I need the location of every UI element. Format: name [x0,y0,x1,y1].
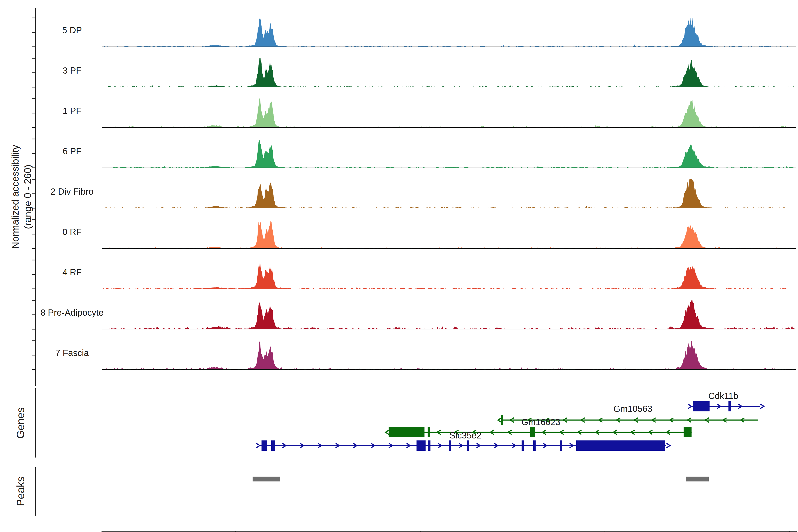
gene-exon-Slc35e2-0 [262,440,267,451]
gene-exon-Cdk11b-1 [728,401,730,412]
y-axis-title: Normalized accessibility (range 0 - 260) [9,145,34,249]
gene-exon-Cdk11b-0 [693,401,709,412]
track-label-5-dp: 5 DP [37,24,108,36]
gene-label-cdk11b: Cdk11b [708,391,738,401]
gene-exon-Slc35e2-4 [449,440,451,451]
track-label-0-rf: 0 RF [37,226,108,238]
gene-exon-Slc35e2-1 [271,440,275,451]
gene-exon-Slc35e2-9 [576,440,665,451]
gene-exon-Slc35e2-7 [533,440,536,451]
track-label-6-pf: 6 PF [37,146,108,157]
genes-section-label: Genes [14,407,26,438]
strand-chevron [256,443,260,448]
coverage-track-1 [102,58,796,87]
gene-exon-Slc35e2-8 [560,440,562,451]
coverage-track-0 [102,18,796,47]
gene-exon-Slc35e2-2 [417,440,425,451]
coverage-track-7 [102,300,796,329]
gene-exon-Slc35e2-5 [467,440,469,451]
y-axis-title-line1: Normalized accessibility [9,145,21,249]
track-label-3-pf: 3 PF [37,65,108,76]
gene-exon-Gm16023-2 [530,427,535,437]
track-label-1-pf: 1 PF [37,105,108,117]
gene-label-slc35e2: Slc35e2 [450,431,482,440]
track-label-8-pre-adipocyte: 8 Pre-Adipocyte [37,307,108,318]
track-label-2-div-fibro: 2 Div Fibro [37,186,108,197]
coverage-track-6 [102,262,796,289]
gene-exon-Gm16023-0 [388,427,424,437]
strand-chevron [688,404,691,408]
coverage-figure: Normalized accessibility (range 0 - 260)… [0,0,798,532]
peak-region-0 [253,477,280,481]
strand-chevron [498,418,501,422]
coverage-track-4 [102,179,796,208]
track-label-4-rf: 4 RF [37,266,108,278]
strand-chevron [667,443,670,448]
coverage-track-8 [102,341,796,369]
track-label-7-fascia: 7 Fascia [37,347,108,359]
strand-chevron [385,430,389,435]
strand-chevron [760,404,764,408]
gene-exon-Slc35e2-6 [521,440,524,451]
gene-label-gm10563: Gm10563 [613,404,652,414]
peak-region-1 [686,477,709,481]
peaks-section-label: Peaks [14,477,26,506]
coverage-track-5 [102,221,796,248]
gene-label-gm16023: Gm16023 [521,417,560,427]
gene-exon-Slc35e2-3 [428,440,431,451]
y-axis-title-line2: (range 0 - 260) [21,145,34,249]
gene-exon-Gm10563-0 [501,415,503,425]
gene-exon-Gm16023-1 [428,427,430,437]
coverage-track-2 [102,99,796,128]
coverage-track-3 [102,140,796,168]
coverage-chart-canvas [0,0,798,532]
gene-exon-Gm16023-3 [684,427,691,437]
